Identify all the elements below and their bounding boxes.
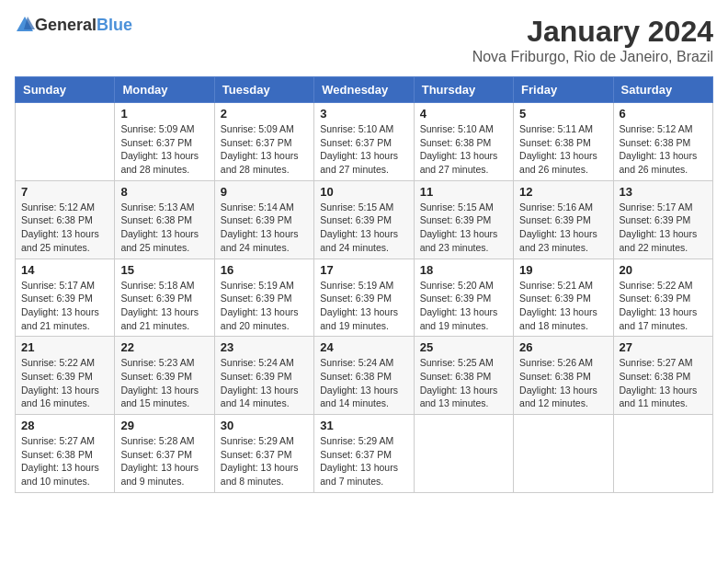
day-number: 28 [21, 419, 108, 432]
calendar-week-4: 28Sunrise: 5:27 AM Sunset: 6:38 PM Dayli… [16, 415, 713, 493]
calendar-cell: 30Sunrise: 5:29 AM Sunset: 6:37 PM Dayli… [214, 415, 313, 493]
calendar-cell: 17Sunrise: 5:19 AM Sunset: 6:39 PM Dayli… [314, 259, 414, 337]
day-info: Sunrise: 5:27 AM Sunset: 6:38 PM Dayligh… [620, 356, 707, 410]
calendar-cell: 14Sunrise: 5:17 AM Sunset: 6:39 PM Dayli… [16, 259, 115, 337]
day-info: Sunrise: 5:12 AM Sunset: 6:38 PM Dayligh… [21, 201, 108, 255]
day-info: Sunrise: 5:10 AM Sunset: 6:37 PM Dayligh… [320, 122, 407, 177]
day-number: 5 [519, 107, 607, 121]
calendar-cell: 12Sunrise: 5:16 AM Sunset: 6:39 PM Dayli… [514, 180, 613, 259]
day-number: 4 [420, 107, 507, 121]
day-info: Sunrise: 5:15 AM Sunset: 6:39 PM Dayligh… [320, 201, 407, 255]
day-number: 12 [519, 185, 607, 199]
day-info: Sunrise: 5:23 AM Sunset: 6:39 PM Dayligh… [120, 356, 208, 410]
logo-blue: Blue [97, 16, 132, 34]
calendar-cell: 20Sunrise: 5:22 AM Sunset: 6:39 PM Dayli… [613, 259, 712, 337]
day-number: 13 [620, 185, 707, 199]
day-number: 19 [519, 263, 607, 277]
day-number: 9 [221, 185, 308, 199]
calendar-cell: 11Sunrise: 5:15 AM Sunset: 6:39 PM Dayli… [414, 180, 513, 259]
day-info: Sunrise: 5:19 AM Sunset: 6:39 PM Dayligh… [221, 279, 308, 333]
day-info: Sunrise: 5:12 AM Sunset: 6:38 PM Dayligh… [620, 122, 707, 177]
day-number: 1 [120, 107, 208, 121]
calendar-cell: 5Sunrise: 5:11 AM Sunset: 6:38 PM Daylig… [514, 103, 613, 181]
day-info: Sunrise: 5:27 AM Sunset: 6:38 PM Dayligh… [21, 434, 108, 488]
day-info: Sunrise: 5:09 AM Sunset: 6:37 PM Dayligh… [120, 122, 208, 177]
day-number: 16 [221, 263, 308, 277]
day-info: Sunrise: 5:18 AM Sunset: 6:39 PM Dayligh… [120, 279, 208, 333]
calendar-cell: 7Sunrise: 5:12 AM Sunset: 6:38 PM Daylig… [16, 180, 115, 259]
calendar-cell: 27Sunrise: 5:27 AM Sunset: 6:38 PM Dayli… [613, 337, 712, 415]
calendar-week-2: 14Sunrise: 5:17 AM Sunset: 6:39 PM Dayli… [16, 259, 713, 337]
calendar-cell [414, 415, 513, 493]
day-info: Sunrise: 5:15 AM Sunset: 6:39 PM Dayligh… [420, 201, 507, 255]
calendar-cell: 29Sunrise: 5:28 AM Sunset: 6:37 PM Dayli… [115, 415, 214, 493]
day-number: 15 [120, 263, 208, 277]
calendar-cell: 15Sunrise: 5:18 AM Sunset: 6:39 PM Dayli… [115, 259, 214, 337]
day-info: Sunrise: 5:21 AM Sunset: 6:39 PM Dayligh… [519, 279, 607, 333]
calendar-week-1: 7Sunrise: 5:12 AM Sunset: 6:38 PM Daylig… [16, 180, 713, 259]
day-number: 20 [620, 263, 707, 277]
title-section: January 2024 Nova Friburgo, Rio de Janei… [472, 15, 713, 65]
day-info: Sunrise: 5:22 AM Sunset: 6:39 PM Dayligh… [620, 279, 707, 333]
day-number: 8 [120, 185, 208, 199]
day-number: 24 [320, 340, 407, 354]
day-info: Sunrise: 5:19 AM Sunset: 6:39 PM Dayligh… [320, 279, 407, 333]
calendar-cell: 25Sunrise: 5:25 AM Sunset: 6:38 PM Dayli… [414, 337, 513, 415]
page-header: GeneralBlue January 2024 Nova Friburgo, … [15, 15, 713, 65]
day-number: 10 [320, 185, 407, 199]
day-number: 6 [620, 107, 707, 121]
calendar-cell: 10Sunrise: 5:15 AM Sunset: 6:39 PM Dayli… [314, 180, 414, 259]
calendar-cell [613, 415, 712, 493]
day-number: 2 [221, 107, 308, 121]
day-info: Sunrise: 5:26 AM Sunset: 6:38 PM Dayligh… [519, 356, 607, 410]
day-info: Sunrise: 5:29 AM Sunset: 6:37 PM Dayligh… [221, 434, 308, 488]
weekday-header-sunday: Sunday [16, 77, 115, 103]
logo: GeneralBlue [15, 15, 132, 35]
day-number: 30 [221, 419, 308, 432]
day-number: 25 [420, 340, 507, 354]
day-info: Sunrise: 5:11 AM Sunset: 6:38 PM Dayligh… [519, 122, 607, 177]
day-info: Sunrise: 5:17 AM Sunset: 6:39 PM Dayligh… [620, 201, 707, 255]
calendar-cell [514, 415, 613, 493]
weekday-header-thursday: Thursday [414, 77, 513, 103]
day-number: 7 [21, 185, 108, 199]
day-info: Sunrise: 5:22 AM Sunset: 6:39 PM Dayligh… [21, 356, 108, 410]
calendar-cell: 23Sunrise: 5:24 AM Sunset: 6:39 PM Dayli… [214, 337, 313, 415]
weekday-header-saturday: Saturday [613, 77, 712, 103]
calendar-cell: 2Sunrise: 5:09 AM Sunset: 6:37 PM Daylig… [214, 103, 313, 181]
calendar-cell: 4Sunrise: 5:10 AM Sunset: 6:38 PM Daylig… [414, 103, 513, 181]
calendar-cell: 22Sunrise: 5:23 AM Sunset: 6:39 PM Dayli… [115, 337, 214, 415]
day-info: Sunrise: 5:17 AM Sunset: 6:39 PM Dayligh… [21, 279, 108, 333]
day-number: 22 [120, 340, 208, 354]
day-number: 21 [21, 340, 108, 354]
calendar-cell: 24Sunrise: 5:24 AM Sunset: 6:38 PM Dayli… [314, 337, 414, 415]
calendar-cell: 13Sunrise: 5:17 AM Sunset: 6:39 PM Dayli… [613, 180, 712, 259]
day-info: Sunrise: 5:24 AM Sunset: 6:38 PM Dayligh… [320, 356, 407, 410]
calendar-cell: 9Sunrise: 5:14 AM Sunset: 6:39 PM Daylig… [214, 180, 313, 259]
calendar-cell: 6Sunrise: 5:12 AM Sunset: 6:38 PM Daylig… [613, 103, 712, 181]
weekday-header-friday: Friday [514, 77, 613, 103]
day-info: Sunrise: 5:13 AM Sunset: 6:38 PM Dayligh… [120, 201, 208, 255]
calendar-week-3: 21Sunrise: 5:22 AM Sunset: 6:39 PM Dayli… [16, 337, 713, 415]
day-info: Sunrise: 5:14 AM Sunset: 6:39 PM Dayligh… [221, 201, 308, 255]
day-info: Sunrise: 5:29 AM Sunset: 6:37 PM Dayligh… [320, 434, 407, 488]
day-number: 27 [620, 340, 707, 354]
location-subtitle: Nova Friburgo, Rio de Janeiro, Brazil [472, 49, 713, 65]
day-number: 29 [120, 419, 208, 432]
calendar-cell: 16Sunrise: 5:19 AM Sunset: 6:39 PM Dayli… [214, 259, 313, 337]
calendar-cell: 18Sunrise: 5:20 AM Sunset: 6:39 PM Dayli… [414, 259, 513, 337]
day-info: Sunrise: 5:28 AM Sunset: 6:37 PM Dayligh… [120, 434, 208, 488]
calendar-cell: 26Sunrise: 5:26 AM Sunset: 6:38 PM Dayli… [514, 337, 613, 415]
day-info: Sunrise: 5:25 AM Sunset: 6:38 PM Dayligh… [420, 356, 507, 410]
day-number: 26 [519, 340, 607, 354]
day-number: 14 [21, 263, 108, 277]
day-number: 3 [320, 107, 407, 121]
calendar-cell: 31Sunrise: 5:29 AM Sunset: 6:37 PM Dayli… [314, 415, 414, 493]
day-info: Sunrise: 5:24 AM Sunset: 6:39 PM Dayligh… [221, 356, 308, 410]
day-number: 17 [320, 263, 407, 277]
calendar-cell: 1Sunrise: 5:09 AM Sunset: 6:37 PM Daylig… [115, 103, 214, 181]
calendar-cell: 19Sunrise: 5:21 AM Sunset: 6:39 PM Dayli… [514, 259, 613, 337]
month-title: January 2024 [472, 15, 713, 49]
day-number: 18 [420, 263, 507, 277]
calendar-cell: 21Sunrise: 5:22 AM Sunset: 6:39 PM Dayli… [16, 337, 115, 415]
